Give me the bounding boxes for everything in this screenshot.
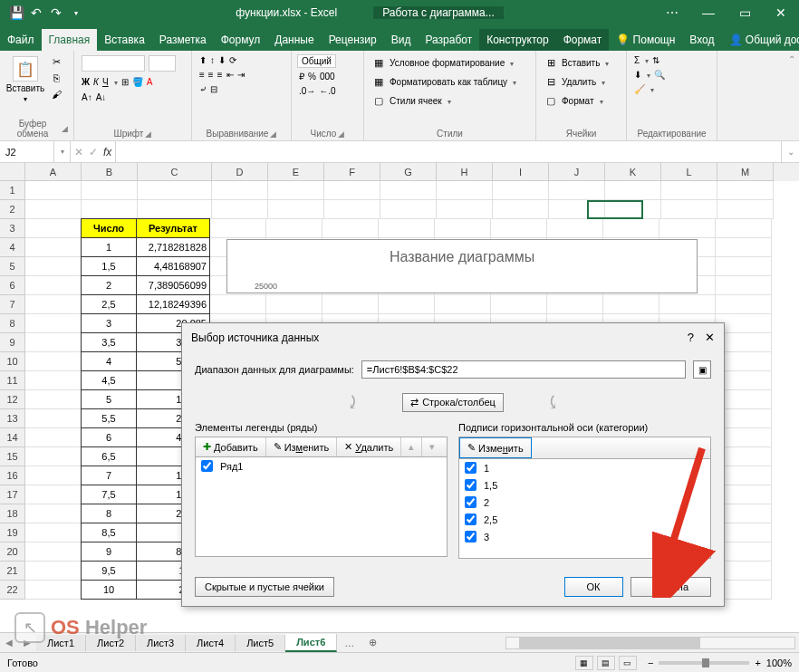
row-header[interactable]: 12 xyxy=(0,390,25,409)
cancel-button[interactable]: Отмена xyxy=(631,577,711,597)
cell[interactable]: 9 xyxy=(81,542,137,562)
cell[interactable] xyxy=(605,200,661,219)
cell[interactable] xyxy=(25,581,82,600)
row-header[interactable]: 14 xyxy=(0,428,25,447)
cell[interactable] xyxy=(266,295,322,314)
tab-home[interactable]: Главная xyxy=(42,29,98,51)
series-list[interactable]: Ряд1 xyxy=(195,457,448,557)
tab-signin[interactable]: Вход xyxy=(682,29,721,51)
cell[interactable] xyxy=(491,295,547,314)
category-checkbox[interactable] xyxy=(465,531,477,542)
cell[interactable]: 7,389056099 xyxy=(136,275,210,295)
cell[interactable] xyxy=(324,200,380,219)
cell[interactable]: 8,5 xyxy=(81,523,137,542)
tab-chart-design[interactable]: Конструктор xyxy=(479,29,555,51)
cell[interactable] xyxy=(661,200,717,219)
row-header[interactable]: 6 xyxy=(0,276,25,295)
align-top-icon[interactable]: ⬆ xyxy=(199,55,207,65)
percent-icon[interactable]: % xyxy=(308,72,316,82)
cell[interactable] xyxy=(716,257,772,276)
col-header[interactable]: B xyxy=(82,163,138,181)
series-checkbox[interactable] xyxy=(201,460,213,472)
range-picker-icon[interactable]: ▣ xyxy=(693,360,711,379)
cell[interactable]: 10 xyxy=(81,580,137,600)
sort-filter-icon[interactable]: ⇅ xyxy=(652,55,659,65)
number-format-dropdown[interactable]: Общий xyxy=(297,54,336,68)
cell[interactable]: 5 xyxy=(81,389,137,409)
cell[interactable] xyxy=(138,181,212,200)
category-item[interactable]: 1 xyxy=(459,459,710,476)
autosum-icon[interactable]: Σ xyxy=(634,55,640,65)
cell[interactable]: 9,5 xyxy=(81,561,137,581)
cell-styles-button[interactable]: ▢Стили ячеек xyxy=(370,92,453,109)
dialog-help-icon[interactable]: ? xyxy=(688,331,694,344)
cell[interactable]: 1,5 xyxy=(81,256,137,276)
category-item[interactable]: 2 xyxy=(459,494,710,511)
cell[interactable] xyxy=(380,200,437,219)
tab-insert[interactable]: Вставка xyxy=(97,29,152,51)
decrease-decimal-icon[interactable]: ←.0 xyxy=(319,86,335,96)
underline-button[interactable]: Ч xyxy=(102,77,109,87)
cell[interactable]: 3 xyxy=(81,313,137,333)
tab-share[interactable]: 👤 Общий доступ xyxy=(722,29,800,51)
cell[interactable] xyxy=(25,447,82,466)
cell[interactable]: 2,718281828 xyxy=(136,237,210,257)
cell[interactable] xyxy=(380,181,437,200)
cell[interactable] xyxy=(716,295,772,314)
row-header[interactable]: 17 xyxy=(0,485,25,504)
redo-icon[interactable]: ↷ xyxy=(47,4,65,22)
category-checkbox[interactable] xyxy=(465,496,477,508)
font-expand-icon[interactable]: ◢ xyxy=(145,130,151,139)
format-painter-icon[interactable]: 🖌 xyxy=(49,87,63,101)
row-header[interactable]: 16 xyxy=(0,466,25,485)
row-header[interactable]: 2 xyxy=(0,200,25,219)
cell[interactable] xyxy=(716,238,772,257)
align-middle-icon[interactable]: ↕ xyxy=(210,55,215,65)
cell[interactable] xyxy=(25,428,82,447)
row-header[interactable]: 3 xyxy=(0,219,25,238)
cell[interactable]: Результат xyxy=(136,218,210,238)
format-cells-button[interactable]: ▢Формат xyxy=(542,92,605,109)
cell[interactable] xyxy=(25,238,82,257)
conditional-formatting-button[interactable]: ▦Условное форматирование xyxy=(370,54,515,71)
cell[interactable]: 2 xyxy=(81,275,137,295)
tab-chart-format[interactable]: Формат xyxy=(556,29,610,51)
sheet-tab-active[interactable]: Лист6 xyxy=(285,634,337,652)
row-header[interactable]: 13 xyxy=(0,409,25,428)
cell[interactable] xyxy=(491,219,547,238)
cell[interactable] xyxy=(25,200,82,219)
cell[interactable] xyxy=(605,181,661,200)
col-header[interactable]: G xyxy=(380,163,437,181)
indent-dec-icon[interactable]: ⇤ xyxy=(226,70,234,80)
bold-button[interactable]: Ж xyxy=(82,77,90,87)
delete-cells-button[interactable]: ⊟Удалить xyxy=(542,73,607,90)
view-page-break-icon[interactable]: ▭ xyxy=(619,656,637,670)
cell[interactable]: 4,5 xyxy=(81,370,137,390)
cell[interactable] xyxy=(717,200,774,219)
cell[interactable] xyxy=(25,333,82,352)
qat-customize-icon[interactable]: ▾ xyxy=(67,4,85,22)
copy-icon[interactable]: ⎘ xyxy=(49,71,63,85)
col-header[interactable]: F xyxy=(324,163,380,181)
row-header[interactable]: 11 xyxy=(0,371,25,390)
row-header[interactable]: 4 xyxy=(0,238,25,257)
chart-title[interactable]: Название диаграммы xyxy=(236,249,688,265)
cell[interactable]: 1 xyxy=(81,237,137,257)
category-item[interactable]: 1,5 xyxy=(459,476,710,494)
edit-series-button[interactable]: ✎Изменить xyxy=(266,437,338,456)
cell[interactable] xyxy=(549,200,605,219)
row-header[interactable]: 22 xyxy=(0,581,25,600)
category-item[interactable]: 3 xyxy=(459,528,710,545)
font-size-dropdown[interactable] xyxy=(149,55,176,72)
cell[interactable] xyxy=(210,219,266,238)
minimize-icon[interactable]: — xyxy=(690,0,727,25)
cell[interactable] xyxy=(603,219,659,238)
accept-formula-icon[interactable]: ✓ xyxy=(89,146,98,158)
cell[interactable] xyxy=(547,219,603,238)
cell[interactable] xyxy=(493,181,549,200)
cell[interactable] xyxy=(435,219,491,238)
row-header[interactable]: 7 xyxy=(0,295,25,314)
tab-data[interactable]: Данные xyxy=(267,29,321,51)
cell[interactable] xyxy=(716,276,772,295)
fx-icon[interactable]: fx xyxy=(103,146,111,158)
